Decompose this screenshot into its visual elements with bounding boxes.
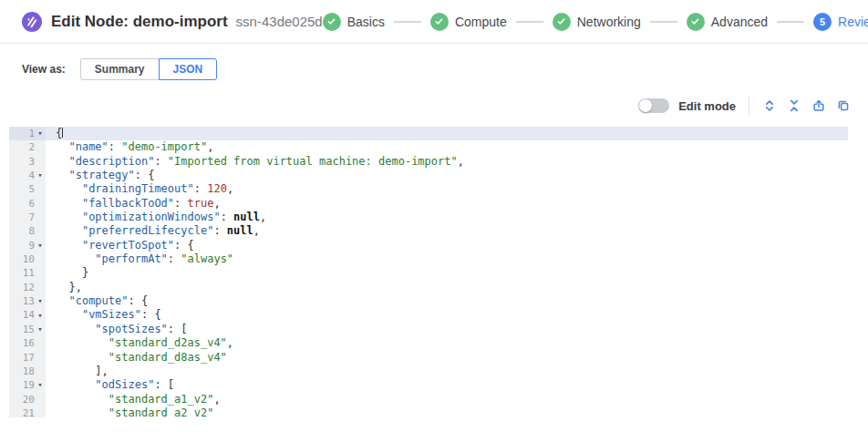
step-label: Advanced	[711, 15, 768, 29]
step-label: Compute	[455, 15, 507, 29]
line-number: 15▾	[9, 323, 46, 336]
view-as-row: View as: SummaryJSON	[22, 57, 868, 80]
line-number: 6	[9, 197, 46, 211]
line-number: 14▾	[9, 308, 46, 322]
code-line[interactable]: 6 "fallbackToOd": true,	[9, 197, 848, 211]
fold-toggle-icon[interactable]: ▾	[35, 378, 46, 392]
code-line[interactable]: 12 },	[9, 281, 848, 294]
toolbar-divider	[749, 97, 749, 115]
code-line[interactable]: 13▾ "compute": {	[9, 294, 848, 308]
line-number: 9▾	[9, 239, 46, 252]
step-compute[interactable]: Compute	[430, 13, 507, 31]
line-number: 12	[9, 281, 46, 294]
text-cursor	[62, 128, 63, 138]
step-basics[interactable]: Basics	[323, 13, 385, 31]
check-icon	[687, 13, 705, 31]
line-number: 4▾	[9, 169, 46, 182]
line-number: 8	[9, 224, 46, 238]
line-number: 1▾	[9, 127, 46, 140]
export-icon[interactable]	[806, 96, 831, 116]
code-line[interactable]: 21 "standard_a2_v2"	[9, 406, 848, 417]
line-number: 7	[9, 211, 46, 224]
code-line[interactable]: 7 "optimizationWindows": null,	[9, 211, 848, 224]
edit-mode-label: Edit mode	[678, 99, 736, 113]
code-line[interactable]: 8 "preferredLifecycle": null,	[9, 224, 848, 238]
code-line[interactable]: 9▾ "revertToSpot": {	[9, 239, 848, 252]
line-number: 21	[9, 406, 46, 417]
fold-toggle-icon[interactable]: ▾	[35, 294, 46, 308]
copy-icon[interactable]	[831, 96, 855, 116]
line-number: 19▾	[9, 378, 46, 392]
code-line[interactable]: 4▾ "strategy": {	[9, 169, 848, 182]
check-icon	[323, 13, 341, 31]
toggle-knob	[639, 99, 652, 112]
view-as-label: View as:	[22, 63, 66, 76]
step-connector	[394, 21, 421, 23]
expand-rows-icon[interactable]	[757, 96, 781, 116]
code-line[interactable]: 17 "standard_d8as_v4"	[9, 351, 848, 365]
code-line[interactable]: 19▾ "odSizes": [	[9, 378, 848, 392]
step-connector	[777, 21, 804, 23]
code-line[interactable]: 15▾ "spotSizes": [	[9, 323, 848, 336]
code-line[interactable]: 14▾ "vmSizes": {	[9, 308, 848, 322]
code-line[interactable]: 1▾{	[9, 127, 848, 140]
step-label: Review	[838, 15, 868, 29]
line-number: 18	[9, 365, 46, 378]
code-line[interactable]: 18 ],	[9, 365, 848, 378]
edit-mode-toggle[interactable]	[638, 98, 669, 113]
step-label: Networking	[577, 15, 641, 29]
editor-toolbar: Edit mode	[0, 96, 855, 116]
json-editor[interactable]: 1▾{2 "name": "demo-import",3 "descriptio…	[9, 127, 848, 417]
line-number: 2	[9, 140, 46, 154]
code-line[interactable]: 2 "name": "demo-import",	[9, 140, 848, 154]
code-line[interactable]: 16 "standard_d2as_v4",	[9, 336, 848, 350]
fold-toggle-icon[interactable]: ▾	[35, 309, 46, 323]
fold-toggle-icon[interactable]: ▾	[35, 239, 46, 252]
node-id: ssn-43de025d	[236, 14, 323, 29]
line-number: 16	[9, 336, 46, 350]
code-line[interactable]: 11 }	[9, 266, 848, 280]
code-line[interactable]: 5 "drainingTimeout": 120,	[9, 182, 848, 196]
stepper: BasicsComputeNetworkingAdvanced5Review	[323, 13, 868, 31]
line-number: 10	[9, 252, 46, 266]
line-number: 3	[9, 155, 46, 169]
spot-logo-icon	[22, 12, 42, 32]
page-title: Edit Node: demo-import	[51, 13, 228, 31]
fold-toggle-icon[interactable]: ▾	[35, 127, 46, 140]
check-icon	[430, 13, 449, 31]
fold-toggle-icon[interactable]: ▾	[35, 169, 46, 182]
line-number: 20	[9, 393, 46, 406]
view-as-json-button[interactable]: JSON	[159, 58, 218, 80]
collapse-rows-icon[interactable]	[781, 96, 806, 116]
view-as-summary-button[interactable]: Summary	[80, 58, 160, 80]
step-connector	[650, 21, 677, 23]
code-line[interactable]: 20 "standard_a1_v2",	[9, 393, 848, 406]
code-line[interactable]: 10 "performAt": "always"	[9, 252, 848, 266]
step-review[interactable]: 5Review	[813, 13, 868, 31]
code-line[interactable]: 3 "description": "Imported from virtual …	[9, 155, 848, 169]
check-icon	[553, 13, 571, 31]
header: Edit Node: demo-import ssn-43de025d Basi…	[0, 0, 868, 44]
line-number: 5	[9, 182, 46, 196]
line-number: 17	[9, 351, 46, 365]
step-networking[interactable]: Networking	[553, 13, 641, 31]
view-as-toggle: SummaryJSON	[80, 58, 217, 80]
line-number: 13▾	[9, 294, 46, 308]
step-label: Basics	[347, 15, 385, 29]
step-connector	[516, 21, 543, 23]
step-number-badge: 5	[813, 13, 832, 31]
step-advanced[interactable]: Advanced	[687, 13, 768, 31]
line-number: 11	[9, 266, 46, 280]
fold-toggle-icon[interactable]: ▾	[35, 323, 46, 336]
